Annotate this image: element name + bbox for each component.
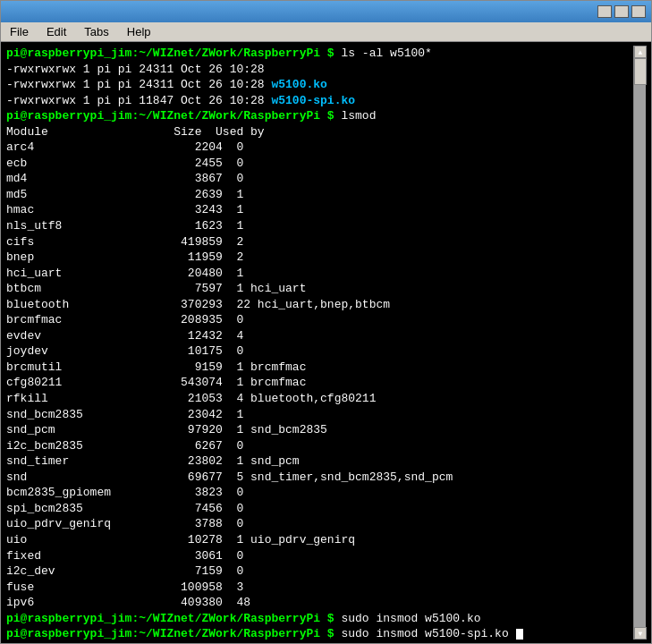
menu-bar: File Edit Tabs Help (1, 22, 651, 42)
menu-help[interactable]: Help (122, 24, 157, 39)
terminal-area[interactable]: pi@raspberrypi_jim:~/WIZnet/ZWork/Raspbe… (1, 42, 651, 643)
scroll-up-button[interactable]: ▲ (634, 46, 647, 58)
title-bar (1, 1, 651, 22)
terminal-window: File Edit Tabs Help pi@raspberrypi_jim:~… (0, 0, 652, 644)
menu-tabs[interactable]: Tabs (79, 24, 114, 39)
scroll-thumb[interactable] (634, 58, 647, 85)
menu-file[interactable]: File (4, 24, 34, 39)
window-controls (597, 5, 646, 18)
terminal-output: pi@raspberrypi_jim:~/WIZnet/ZWork/Raspbe… (6, 46, 633, 640)
scroll-track[interactable] (634, 58, 646, 627)
scroll-down-button[interactable]: ▼ (634, 627, 647, 640)
minimize-button[interactable] (597, 5, 612, 18)
close-button[interactable] (631, 5, 646, 18)
scrollbar[interactable]: ▲ ▼ (633, 46, 646, 640)
menu-edit[interactable]: Edit (41, 24, 72, 39)
maximize-button[interactable] (614, 5, 629, 18)
